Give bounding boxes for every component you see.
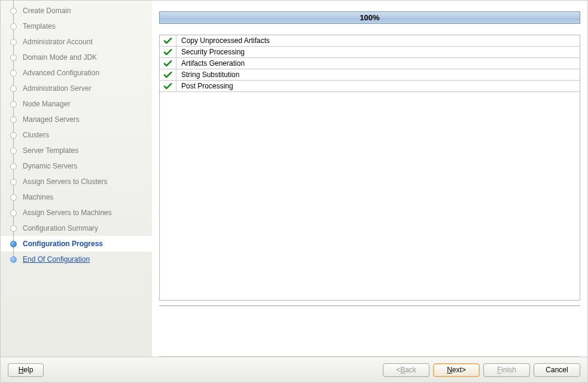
check-icon <box>160 35 176 46</box>
wizard-step-label: Server Templates <box>23 146 78 155</box>
wizard-step-label: Assign Servers to Clusters <box>23 177 107 186</box>
task-row: Post Processing <box>160 81 580 92</box>
task-label: Copy Unprocessed Artifacts <box>176 35 275 46</box>
step-node-icon <box>10 117 17 123</box>
wizard-step-2[interactable]: Administrator Account <box>1 34 152 50</box>
step-node-icon <box>10 179 17 185</box>
task-label: Artifacts Generation <box>176 58 249 69</box>
step-node-icon <box>10 163 17 170</box>
log-pane[interactable] <box>159 305 580 357</box>
wizard-step-label: Configuration Summary <box>23 224 98 232</box>
wizard-step-label: Configuration Progress <box>23 240 103 248</box>
help-button[interactable]: Help <box>8 363 44 377</box>
footer-bar: Help < Back Next > Finish Cancel <box>1 357 587 382</box>
wizard-step-label: Dynamic Servers <box>23 162 77 170</box>
step-node-icon <box>10 132 17 139</box>
step-node-icon <box>10 256 17 263</box>
step-node-icon <box>10 8 17 14</box>
content-pane: 100% Copy Unprocessed ArtifactsSecurity … <box>152 1 587 357</box>
wizard-step-label: Node Manager <box>23 100 70 108</box>
back-button: < Back <box>383 363 429 377</box>
step-node-icon <box>10 23 17 30</box>
wizard-step-label: Machines <box>23 193 53 201</box>
check-icon <box>160 47 176 57</box>
task-row: Copy Unprocessed Artifacts <box>160 35 580 47</box>
task-label: String Substitution <box>176 69 244 80</box>
task-row: Security Processing <box>160 47 580 58</box>
step-node-icon <box>10 210 17 216</box>
wizard-step-label: Advanced Configuration <box>23 69 99 77</box>
step-node-icon <box>10 241 17 247</box>
wizard-step-11[interactable]: Assign Servers to Clusters <box>1 174 152 189</box>
wizard-sidebar: Create DomainTemplatesAdministrator Acco… <box>1 1 152 357</box>
check-icon <box>160 69 176 80</box>
wizard-step-label: Administration Server <box>23 84 92 93</box>
check-icon <box>160 58 176 69</box>
wizard-step-label: End Of Configuration <box>23 255 90 263</box>
wizard-step-label: Assign Servers to Machines <box>23 209 112 217</box>
wizard-step-label: Create Domain <box>23 7 71 15</box>
wizard-step-12[interactable]: Machines <box>1 189 152 205</box>
wizard-step-label: Managed Servers <box>23 115 80 124</box>
task-label: Security Processing <box>176 47 249 57</box>
wizard-step-14[interactable]: Configuration Summary <box>1 220 152 236</box>
task-label: Post Processing <box>176 81 238 91</box>
step-node-icon <box>10 148 17 154</box>
wizard-step-9[interactable]: Server Templates <box>1 143 152 158</box>
progress-percent-label: 100% <box>160 12 580 23</box>
step-node-icon <box>10 225 17 232</box>
step-node-icon <box>10 101 17 108</box>
next-button[interactable]: Next > <box>433 363 480 377</box>
wizard-step-4[interactable]: Advanced Configuration <box>1 65 152 81</box>
check-icon <box>160 81 176 91</box>
wizard-step-label: Domain Mode and JDK <box>23 53 97 62</box>
wizard-step-16[interactable]: End Of Configuration <box>1 252 152 267</box>
wizard-step-6[interactable]: Node Manager <box>1 96 152 112</box>
wizard-step-8[interactable]: Clusters <box>1 127 152 143</box>
cancel-button[interactable]: Cancel <box>534 363 580 377</box>
task-list: Copy Unprocessed ArtifactsSecurity Proce… <box>159 35 580 301</box>
main-area: Create DomainTemplatesAdministrator Acco… <box>1 1 587 357</box>
nav-button-group: < Back Next > Finish Cancel <box>383 363 580 377</box>
wizard-step-list: Create DomainTemplatesAdministrator Acco… <box>1 1 152 267</box>
step-node-icon <box>10 39 17 45</box>
step-node-icon <box>10 85 17 92</box>
wizard-step-10[interactable]: Dynamic Servers <box>1 158 152 174</box>
wizard-step-label: Templates <box>23 22 56 30</box>
wizard-step-7[interactable]: Managed Servers <box>1 112 152 127</box>
step-node-icon <box>10 194 17 201</box>
wizard-step-label: Clusters <box>23 131 49 139</box>
progress-bar: 100% <box>159 11 580 24</box>
wizard-step-13[interactable]: Assign Servers to Machines <box>1 205 152 220</box>
wizard-step-label: Administrator Account <box>23 38 93 46</box>
wizard-step-5[interactable]: Administration Server <box>1 81 152 96</box>
wizard-step-15[interactable]: Configuration Progress <box>1 236 152 252</box>
wizard-step-1[interactable]: Templates <box>1 19 152 34</box>
task-row: String Substitution <box>160 69 580 81</box>
step-node-icon <box>10 54 17 61</box>
wizard-step-0[interactable]: Create Domain <box>1 3 152 19</box>
wizard-step-3[interactable]: Domain Mode and JDK <box>1 50 152 65</box>
task-row: Artifacts Generation <box>160 58 580 69</box>
finish-button: Finish <box>483 363 530 377</box>
step-node-icon <box>10 70 17 76</box>
progress-panel: 100% Copy Unprocessed ArtifactsSecurity … <box>152 1 587 301</box>
